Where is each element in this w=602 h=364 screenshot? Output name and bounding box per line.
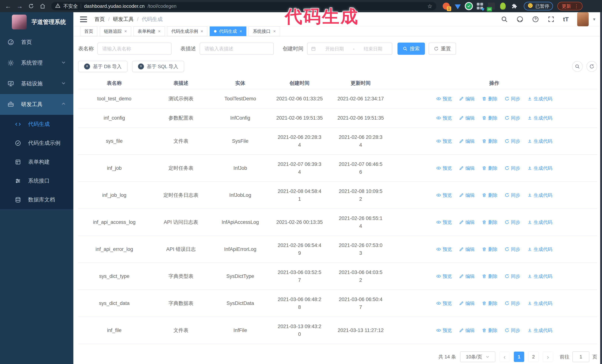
refresh-table-button[interactable] [586, 61, 597, 72]
delete-link[interactable]: 删除 [482, 218, 497, 226]
address-bar[interactable]: 不安全 dashboard.yudao.iocoder.cn/tool/code… [51, 2, 436, 10]
sync-link[interactable]: 同步 [505, 326, 520, 334]
generate-code-link[interactable]: 生成代码 [527, 95, 552, 103]
tab-home[interactable]: 首页 [80, 26, 97, 36]
preview-link[interactable]: 预览 [436, 272, 452, 280]
browser-reload-icon[interactable] [26, 1, 36, 11]
preview-link[interactable]: 预览 [436, 245, 452, 253]
generate-code-link[interactable]: 生成代码 [527, 245, 552, 253]
edit-link[interactable]: 编辑 [459, 272, 475, 280]
github-icon[interactable] [516, 16, 524, 23]
preview-link[interactable]: 预览 [436, 326, 452, 334]
prev-page-button[interactable]: ‹ [499, 352, 510, 362]
sync-link[interactable]: 同步 [505, 245, 520, 253]
help-icon[interactable] [532, 16, 539, 23]
browser-update-button[interactable]: 更新 ⋮ [557, 2, 582, 10]
edit-link[interactable]: 编辑 [459, 137, 475, 145]
search-icon[interactable] [501, 16, 508, 23]
bookmark-star-icon[interactable]: ☆ [427, 3, 432, 10]
generate-code-link[interactable]: 生成代码 [527, 218, 552, 226]
user-avatar[interactable] [577, 12, 589, 26]
preview-link[interactable]: 预览 [436, 299, 452, 307]
delete-link[interactable]: 删除 [482, 95, 497, 103]
tab-codegen[interactable]: 代码生成 × [210, 26, 246, 36]
tab-form-builder[interactable]: 表单构建 × [133, 26, 165, 36]
preview-link[interactable]: 预览 [436, 191, 452, 199]
import-sql-button[interactable]: 基于 SQL 导入 [132, 61, 184, 72]
hide-search-button[interactable] [572, 61, 583, 72]
page-size-select[interactable]: 10条/页 [460, 351, 495, 362]
extensions-puzzle-icon[interactable] [511, 3, 518, 10]
generate-code-link[interactable]: 生成代码 [527, 272, 552, 280]
sync-link[interactable]: 同步 [505, 218, 520, 226]
generate-code-link[interactable]: 生成代码 [527, 299, 552, 307]
edit-link[interactable]: 编辑 [459, 164, 475, 172]
delete-link[interactable]: 删除 [482, 191, 497, 199]
generate-code-link[interactable]: 生成代码 [527, 191, 552, 199]
close-icon[interactable]: × [273, 29, 276, 33]
sidebar-item-codegen[interactable]: 代码生成 [0, 115, 73, 134]
browser-home-icon[interactable] [37, 1, 48, 11]
search-button[interactable]: 搜索 [398, 42, 425, 55]
preview-link[interactable]: 预览 [436, 164, 452, 172]
preview-link[interactable]: 预览 [436, 137, 452, 145]
goto-page-input[interactable] [572, 351, 589, 362]
delete-link[interactable]: 删除 [482, 114, 497, 122]
delete-link[interactable]: 删除 [482, 272, 497, 280]
edit-link[interactable]: 编辑 [459, 326, 475, 334]
preview-link[interactable]: 预览 [436, 95, 452, 103]
tab-trace[interactable]: 链路追踪 × [100, 26, 131, 36]
sidebar-item-system-api[interactable]: 系统接口 [0, 171, 73, 190]
sync-link[interactable]: 同步 [505, 299, 520, 307]
edit-link[interactable]: 编辑 [459, 114, 475, 122]
extension-icon[interactable] [476, 3, 484, 10]
generate-code-link[interactable]: 生成代码 [527, 114, 552, 122]
edit-link[interactable]: 编辑 [459, 95, 475, 103]
breadcrumb-home[interactable]: 首页 [95, 16, 105, 23]
import-db-button[interactable]: 基于 DB 导入 [78, 61, 128, 72]
table-desc-input[interactable] [200, 42, 274, 55]
next-page-button[interactable]: › [543, 352, 553, 362]
delete-link[interactable]: 删除 [482, 326, 497, 334]
page-button-1[interactable]: 1 [514, 352, 524, 362]
fullscreen-icon[interactable] [548, 16, 555, 23]
tab-codegen-example[interactable]: 代码生成示例 × [167, 26, 207, 36]
scrollbar[interactable] [600, 12, 602, 364]
extension-icon[interactable] [466, 3, 472, 9]
edit-link[interactable]: 编辑 [459, 245, 475, 253]
close-icon[interactable]: × [158, 29, 161, 33]
generate-code-link[interactable]: 生成代码 [527, 164, 552, 172]
generate-code-link[interactable]: 生成代码 [527, 137, 552, 145]
table-name-input[interactable] [97, 42, 172, 55]
sync-link[interactable]: 同步 [505, 137, 520, 145]
sidebar-item-system[interactable]: 系统管理 [0, 52, 73, 73]
edit-link[interactable]: 编辑 [459, 191, 475, 199]
more-menu-icon[interactable]: ⋮ [574, 3, 579, 9]
extension-icon[interactable] [499, 3, 506, 10]
edit-link[interactable]: 编辑 [459, 218, 475, 226]
sync-link[interactable]: 同步 [505, 95, 520, 103]
caret-down-icon[interactable]: ▾ [593, 17, 595, 22]
close-icon[interactable]: × [201, 29, 203, 33]
sidebar-item-codegen-example[interactable]: 代码生成示例 [0, 134, 73, 153]
sidebar-item-home[interactable]: 首页 [0, 32, 73, 52]
reset-button[interactable]: 重置 [429, 42, 456, 55]
start-date-placeholder[interactable]: 开始日期 [319, 46, 350, 52]
delete-link[interactable]: 删除 [482, 164, 497, 172]
sidebar-item-infra[interactable]: 基础设施 [0, 73, 73, 94]
browser-back-icon[interactable]: ← [3, 1, 13, 11]
sync-link[interactable]: 同步 [505, 164, 520, 172]
delete-link[interactable]: 删除 [482, 299, 497, 307]
sidebar-item-dev-tools[interactable]: 研发工具 [0, 94, 73, 115]
browser-profile-chip[interactable]: 已暂停 [524, 2, 553, 10]
sidebar-item-form-builder[interactable]: 表单构建 [0, 153, 73, 171]
extension-icon[interactable]: 1 [443, 3, 450, 10]
sidebar-item-db-docs[interactable]: 数据库文档 [0, 190, 73, 209]
create-time-range-picker[interactable]: 开始日期 - 结束日期 [307, 42, 392, 55]
preview-link[interactable]: 预览 [436, 114, 452, 122]
sync-link[interactable]: 同步 [505, 191, 520, 199]
extension-icon[interactable] [454, 3, 461, 10]
delete-link[interactable]: 删除 [482, 137, 497, 145]
page-button-2[interactable]: 2 [528, 352, 539, 362]
sync-link[interactable]: 同步 [505, 272, 520, 280]
